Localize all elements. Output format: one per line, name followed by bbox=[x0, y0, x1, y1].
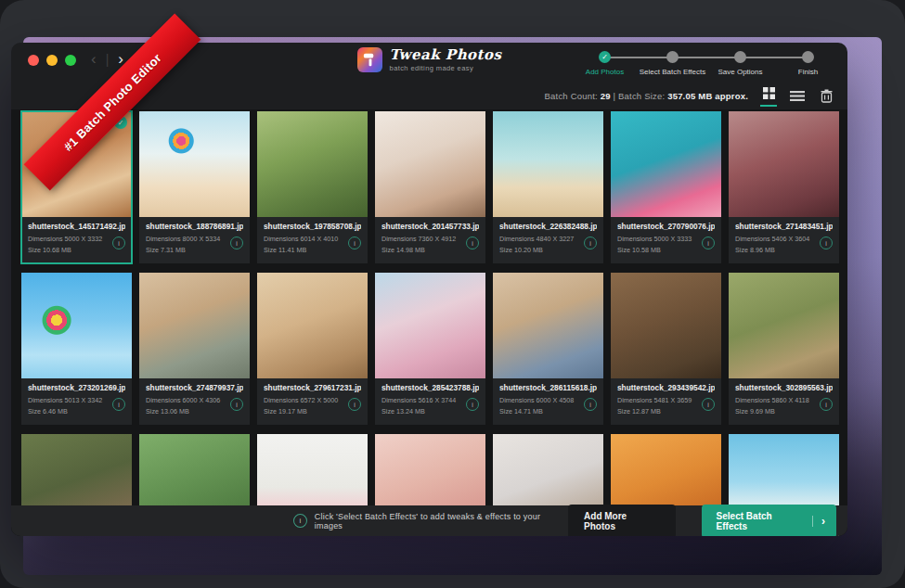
select-batch-effects-button[interactable]: Select Batch Effects › bbox=[702, 505, 836, 537]
photo-thumbnail bbox=[139, 111, 250, 217]
zoom-window-button[interactable] bbox=[65, 55, 76, 66]
close-window-button[interactable] bbox=[28, 55, 39, 66]
photo-info-icon[interactable]: i bbox=[230, 236, 243, 249]
photo-size: Size 19.17 MB bbox=[264, 407, 361, 415]
photo-dimensions: Dimensions 6014 X 4010 bbox=[264, 235, 361, 243]
batch-info: Batch Count: 29 | Batch Size: 357.05 MB … bbox=[545, 91, 748, 101]
marketing-stage: ‹ | › Tweak Photos batch editing made ea… bbox=[0, 0, 905, 588]
step-add-photos[interactable]: ✓ Add Photos bbox=[571, 47, 639, 76]
photo-card[interactable]: ✓ shutterstock_279617231.jpg Dimensions … bbox=[257, 273, 368, 425]
photo-size: Size 14.98 MB bbox=[381, 246, 479, 254]
photo-card[interactable]: ✓ shutterstock_226382488.jpg Dimensions … bbox=[493, 111, 603, 263]
batch-count-value: 29 bbox=[601, 91, 611, 101]
info-icon: i bbox=[293, 514, 307, 528]
photo-info-icon[interactable]: i bbox=[466, 398, 479, 411]
photo-dimensions: Dimensions 5860 X 4118 bbox=[735, 396, 833, 404]
photo-size: Size 12.87 MB bbox=[617, 407, 715, 415]
photo-meta: shutterstock_273201269.jpg Dimensions 50… bbox=[21, 378, 132, 416]
step-label: Save Options bbox=[718, 68, 762, 76]
step-node-icon bbox=[734, 51, 746, 63]
photo-info-icon[interactable]: i bbox=[584, 236, 597, 249]
step-select-batch-effects[interactable]: Select Batch Effects bbox=[639, 47, 706, 76]
bottom-action-bar: i Click 'Select Batch Effects' to add tw… bbox=[11, 505, 847, 536]
photo-card[interactable]: ✓ shutterstock_302895563.jpg Dimensions … bbox=[729, 273, 839, 425]
progress-stepper: ✓ Add Photos Select Batch Effects Save O… bbox=[571, 47, 842, 79]
photo-info-icon[interactable]: i bbox=[230, 398, 243, 411]
photo-dimensions: Dimensions 5000 X 3333 bbox=[617, 235, 715, 243]
photo-info-icon[interactable]: i bbox=[702, 236, 715, 249]
photo-thumbnail bbox=[375, 273, 485, 378]
step-save-options[interactable]: Save Options bbox=[706, 47, 774, 76]
photo-meta: shutterstock_285423788.jpg Dimensions 56… bbox=[375, 378, 485, 416]
photo-card[interactable]: ✓ shutterstock_286115618.jpg Dimensions … bbox=[493, 273, 603, 425]
photo-card[interactable]: ✓ shutterstock_293439542.jpg Dimensions … bbox=[611, 273, 721, 425]
photo-meta: shutterstock_302895563.jpg Dimensions 58… bbox=[729, 378, 839, 416]
hint-text: Click 'Select Batch Effects' to add twea… bbox=[315, 512, 568, 530]
photo-card[interactable]: ✓ shutterstock_188786891.jpg Dimensions … bbox=[139, 111, 250, 263]
photo-thumbnail bbox=[139, 273, 250, 378]
photo-thumbnail bbox=[729, 111, 839, 217]
photo-card[interactable]: ✓ shutterstock_285423788.jpg Dimensions … bbox=[375, 273, 485, 425]
traffic-lights bbox=[28, 55, 76, 66]
photo-info-icon[interactable]: i bbox=[702, 398, 715, 411]
photo-card[interactable]: ✓ shutterstock_273201269.jpg Dimensions … bbox=[21, 273, 132, 425]
minimize-window-button[interactable] bbox=[46, 55, 58, 66]
trash-icon[interactable] bbox=[818, 87, 834, 104]
photo-card[interactable]: ✓ shutterstock_197858708.jpg Dimensions … bbox=[257, 111, 368, 263]
photo-info-icon[interactable]: i bbox=[466, 236, 479, 249]
photo-card[interactable]: ✓ shutterstock_270790076.jpg Dimensions … bbox=[611, 111, 721, 263]
photo-size: Size 6.46 MB bbox=[28, 407, 125, 415]
photo-dimensions: Dimensions 4840 X 3227 bbox=[499, 235, 597, 243]
photo-card[interactable]: ✓ shutterstock_271483451.jpg Dimensions … bbox=[729, 111, 839, 263]
photo-meta: shutterstock_226382488.jpg Dimensions 48… bbox=[493, 217, 603, 255]
photo-info-icon[interactable]: i bbox=[112, 236, 125, 249]
app-window: ‹ | › Tweak Photos batch editing made ea… bbox=[11, 43, 847, 536]
photo-filename: shutterstock_302895563.jpg bbox=[735, 383, 833, 392]
photo-filename: shutterstock_293439542.jpg bbox=[617, 383, 715, 392]
grid-view-icon[interactable] bbox=[760, 85, 777, 107]
photo-thumbnail bbox=[21, 273, 132, 378]
list-view-icon[interactable] bbox=[789, 87, 806, 104]
photo-grid: ✓ shutterstock_145171492.jpg Dimensions … bbox=[21, 111, 839, 536]
hint-message: i Click 'Select Batch Effects' to add tw… bbox=[293, 512, 568, 530]
photo-dimensions: Dimensions 5616 X 3744 bbox=[381, 396, 479, 404]
photo-size: Size 14.71 MB bbox=[499, 407, 597, 415]
photo-dimensions: Dimensions 5481 X 3659 bbox=[617, 396, 715, 404]
step-label: Select Batch Effects bbox=[640, 68, 705, 76]
photo-filename: shutterstock_274879937.jpg bbox=[146, 383, 243, 392]
photo-size: Size 10.20 MB bbox=[499, 246, 597, 254]
add-more-photos-button[interactable]: Add More Photos bbox=[568, 505, 676, 537]
step-finish[interactable]: Finish bbox=[774, 47, 842, 76]
chevron-right-icon: › bbox=[821, 517, 825, 526]
app-logo-icon bbox=[357, 47, 382, 72]
step-label: Add Photos bbox=[586, 68, 624, 76]
photo-info-icon[interactable]: i bbox=[584, 398, 597, 411]
photo-dimensions: Dimensions 5000 X 3332 bbox=[28, 235, 125, 243]
photo-info-icon[interactable]: i bbox=[112, 398, 125, 411]
photo-info-icon[interactable]: i bbox=[348, 398, 361, 411]
photo-filename: shutterstock_273201269.jpg bbox=[28, 383, 125, 392]
photo-info-icon[interactable]: i bbox=[348, 236, 361, 249]
photo-grid-area: ✓ shutterstock_145171492.jpg Dimensions … bbox=[11, 109, 847, 536]
photo-card[interactable]: ✓ shutterstock_274879937.jpg Dimensions … bbox=[139, 273, 250, 425]
photo-info-icon[interactable]: i bbox=[820, 398, 833, 411]
app-tagline: batch editing made easy bbox=[390, 64, 502, 72]
step-check-icon: ✓ bbox=[599, 51, 611, 63]
photo-size: Size 13.24 MB bbox=[381, 407, 479, 415]
photo-filename: shutterstock_188786891.jpg bbox=[146, 222, 243, 231]
back-icon[interactable]: ‹ bbox=[91, 50, 97, 69]
button-divider bbox=[812, 516, 813, 527]
photo-meta: shutterstock_286115618.jpg Dimensions 60… bbox=[493, 378, 603, 416]
photo-meta: shutterstock_274879937.jpg Dimensions 60… bbox=[139, 378, 250, 416]
select-batch-effects-label: Select Batch Effects bbox=[717, 511, 804, 531]
photo-filename: shutterstock_270790076.jpg bbox=[617, 222, 715, 231]
step-node-icon bbox=[802, 51, 814, 63]
photo-dimensions: Dimensions 8000 X 5334 bbox=[146, 235, 243, 243]
photo-dimensions: Dimensions 6572 X 5000 bbox=[264, 396, 361, 404]
photo-card[interactable]: ✓ shutterstock_201457733.jpg Dimensions … bbox=[375, 111, 485, 263]
photo-size: Size 9.69 MB bbox=[735, 407, 833, 415]
photo-info-icon[interactable]: i bbox=[820, 236, 833, 249]
nav-separator: | bbox=[106, 52, 110, 67]
photo-size: Size 10.68 MB bbox=[28, 246, 125, 254]
photo-thumbnail bbox=[257, 273, 368, 378]
